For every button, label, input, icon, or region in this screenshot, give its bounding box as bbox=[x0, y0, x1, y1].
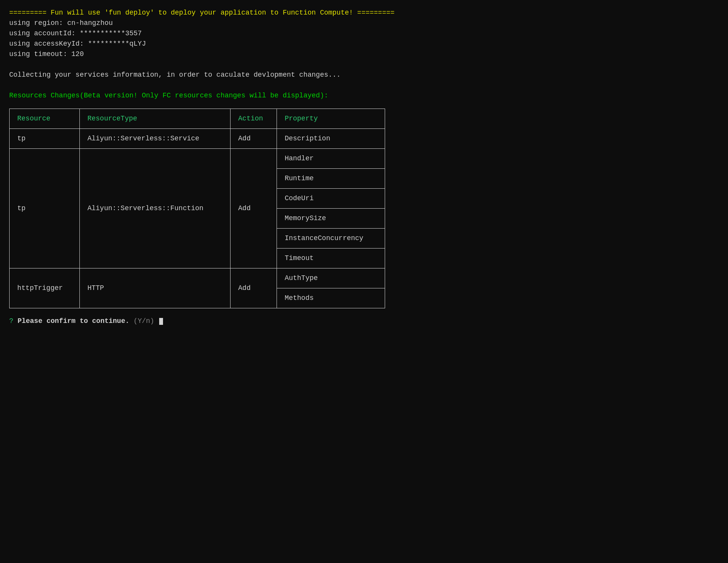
using-account-line: using accountId: ***********3557 bbox=[9, 28, 719, 39]
cell-resource-1: tp bbox=[10, 129, 80, 149]
resources-changes-msg: Resources Changes(Beta version! Only FC … bbox=[9, 91, 719, 101]
cell-action-2: Add bbox=[231, 149, 277, 268]
cell-property-authtype: AuthType bbox=[277, 268, 385, 288]
cell-property-timeout: Timeout bbox=[277, 249, 385, 268]
prompt-hint: (Y/n) bbox=[133, 316, 154, 326]
cell-action-1: Add bbox=[231, 129, 277, 149]
prompt-bold-text: Please confirm to continue. bbox=[18, 316, 130, 326]
table-header-row: Resource ResourceType Action Property bbox=[10, 109, 385, 129]
col-header-resource-type: ResourceType bbox=[79, 109, 230, 129]
resources-table: Resource ResourceType Action Property tp… bbox=[9, 109, 385, 308]
cell-resource-type-3: HTTP bbox=[79, 268, 230, 308]
col-header-property: Property bbox=[277, 109, 385, 129]
col-header-action: Action bbox=[231, 109, 277, 129]
table-row: httpTrigger HTTP Add AuthType bbox=[10, 268, 385, 288]
cursor-block bbox=[159, 318, 163, 325]
prompt-line[interactable]: ? Please confirm to continue. (Y/n) bbox=[9, 316, 719, 326]
cell-resource-type-2: Aliyun::Serverless::Function bbox=[79, 149, 230, 268]
table-row: tp Aliyun::Serverless::Service Add Descr… bbox=[10, 129, 385, 149]
cell-property-methods: Methods bbox=[277, 288, 385, 308]
table-row: tp Aliyun::Serverless::Function Add Hand… bbox=[10, 149, 385, 169]
cell-property-memorysize: MemorySize bbox=[277, 209, 385, 229]
cell-resource-3: httpTrigger bbox=[10, 268, 80, 308]
cell-action-3: Add bbox=[231, 268, 277, 308]
col-header-resource: Resource bbox=[10, 109, 80, 129]
using-timeout-line: using timeout: 120 bbox=[9, 49, 719, 59]
cell-resource-type-1: Aliyun::Serverless::Service bbox=[79, 129, 230, 149]
cell-property-runtime: Runtime bbox=[277, 169, 385, 189]
blank-line-1 bbox=[9, 59, 719, 70]
prompt-question-mark: ? bbox=[9, 316, 13, 326]
cell-property-description: Description bbox=[277, 129, 385, 149]
cell-property-codeuri: CodeUri bbox=[277, 189, 385, 209]
cell-property-instanceconcurrency: InstanceConcurrency bbox=[277, 229, 385, 249]
blank-line-2 bbox=[9, 80, 719, 91]
cell-resource-2: tp bbox=[10, 149, 80, 268]
cell-property-handler: Handler bbox=[277, 149, 385, 169]
collecting-msg: Collecting your services information, in… bbox=[9, 70, 719, 80]
terminal-content: ========= Fun will use 'fun deploy' to d… bbox=[9, 8, 719, 326]
using-access-key-line: using accessKeyId: **********qLYJ bbox=[9, 39, 719, 49]
table-container: Resource ResourceType Action Property tp… bbox=[9, 109, 719, 308]
header-line: ========= Fun will use 'fun deploy' to d… bbox=[9, 8, 719, 18]
using-region-line: using region: cn-hangzhou bbox=[9, 18, 719, 28]
